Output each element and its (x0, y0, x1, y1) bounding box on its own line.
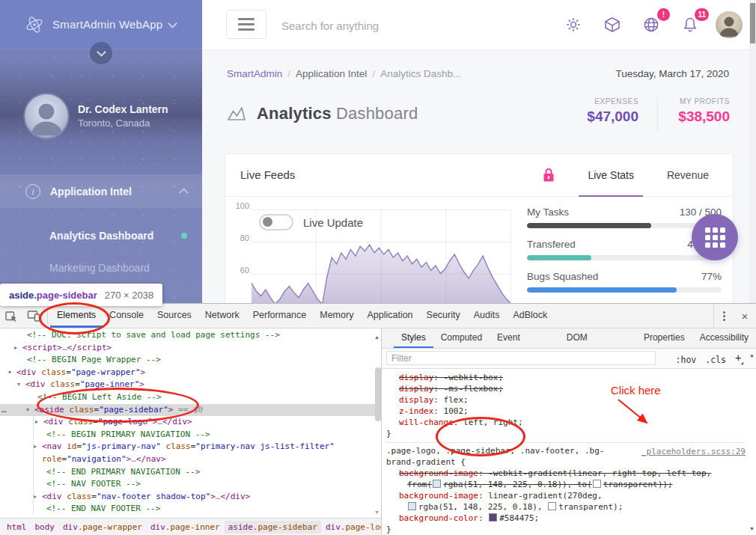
lock-icon[interactable] (543, 168, 555, 183)
dom-tree-node[interactable]: <!-- END PRIMARY NAVIGATION --> (0, 466, 381, 479)
expand-arrow-icon[interactable]: ▸ (35, 416, 38, 429)
expand-arrow-icon[interactable]: ▸ (14, 342, 17, 355)
dom-tree-node[interactable]: ▾<div class="page-wrapper"> (0, 367, 381, 379)
expand-arrow-icon[interactable]: ▸ (34, 491, 37, 504)
code-token: background-color (399, 513, 478, 523)
dom-tree-node[interactable]: ▸<div class="nav-footer shadow-top">…</d… (0, 491, 381, 504)
inspect-element-icon[interactable] (0, 304, 22, 328)
language-globe-icon[interactable]: ! (638, 11, 665, 38)
collapse-arrow-icon[interactable]: ▾ (26, 404, 29, 417)
collapse-arrow-icon[interactable]: ▾ (8, 367, 11, 379)
styles-tab-accessibility[interactable]: Accessibility (692, 328, 756, 348)
elements-scrollbar-thumb[interactable] (375, 367, 381, 421)
dom-crumb[interactable]: div.page-wrapper (59, 521, 146, 534)
styles-tab-dom-breakpoints[interactable]: DOM Breakpoints (559, 328, 636, 348)
more-options-icon[interactable] (713, 304, 734, 328)
color-swatch[interactable] (593, 480, 601, 488)
devtools-tab-sources[interactable]: Sources (150, 304, 198, 328)
devtools-tab-application[interactable]: Application (360, 304, 419, 328)
css-property[interactable]: display: flex; (386, 394, 746, 406)
css-property[interactable]: display: -webkit-box; (386, 372, 746, 383)
devtools-tab-memory[interactable]: Memory (313, 304, 360, 328)
dom-crumb[interactable]: div.page-logo (322, 521, 381, 534)
dom-tree-node[interactable]: ▾<div class="page-inner"> (0, 379, 381, 391)
color-swatch[interactable] (433, 480, 441, 488)
sidebar-item-analytics-dashboard[interactable]: Analytics Dashboard (0, 222, 202, 249)
new-style-rule-button[interactable]: +◢ (735, 348, 744, 370)
sidebar-collapse-button[interactable] (90, 42, 112, 64)
user-avatar[interactable] (716, 11, 743, 38)
close-devtools-icon[interactable]: × (734, 304, 756, 328)
css-property[interactable]: background-image: linear-gradient(270deg… (386, 490, 746, 501)
class-toggle-button[interactable]: .cls (705, 350, 726, 370)
dom-crumb[interactable]: html (3, 521, 31, 534)
dom-tree-node[interactable]: ▸<div class="page-logo">…</div> (0, 416, 381, 429)
styles-tab-styles[interactable]: Styles (394, 328, 433, 348)
apps-cube-icon[interactable] (599, 11, 626, 38)
devtools-tab-console[interactable]: Console (103, 304, 150, 328)
sidebar-item-marketing-dashboard[interactable]: Marketing Dashboard (0, 254, 202, 281)
styles-scroll-up-icon[interactable]: ▲ (749, 352, 755, 358)
css-property[interactable]: z-index: 1002; (386, 406, 746, 417)
notifications-bell-icon[interactable]: 11 (677, 11, 704, 38)
scrollbar-thumb[interactable] (750, 3, 755, 43)
color-swatch[interactable] (408, 502, 416, 510)
styles-filter-input[interactable] (386, 351, 656, 365)
styles-tab-event-listeners[interactable]: Event Listeners (490, 328, 559, 348)
dom-tree-node[interactable]: ▸<nav id="js-primary-nav" class="primary… (0, 441, 381, 453)
dom-crumb[interactable]: aside.page-sidebar (225, 521, 321, 534)
dom-crumb[interactable]: div.page-inner (147, 521, 224, 534)
devtools-tab-performance[interactable]: Performance (246, 304, 314, 328)
dom-tree-node[interactable]: ▸<script>…</script> (0, 342, 381, 355)
css-property[interactable]: from(rgba(51, 148, 225, 0.18)), to(trans… (386, 479, 746, 490)
code-token: … (157, 417, 162, 427)
app-grid-button[interactable] (692, 214, 738, 260)
styles-tab-computed[interactable]: Computed (433, 328, 490, 348)
sidebar-user-info[interactable]: Dr. Codex Lantern Toronto, Canada (25, 94, 168, 138)
dom-tree-node[interactable]: <!-- BEGIN PRIMARY NAVIGATION --> (0, 429, 381, 441)
panel-tab-group: Live StatsRevenue (571, 154, 725, 196)
dom-tree-node[interactable]: <!-- BEGIN Left Aside --> (0, 391, 381, 404)
dom-tree-node[interactable]: <!-- BEGIN Page Wrapper --> (0, 354, 381, 367)
dom-tree-node[interactable]: role="navigation">…</nav> (0, 453, 381, 466)
css-property[interactable]: background-image: -webkit-gradient(linea… (386, 468, 746, 479)
css-property[interactable]: background-color: #584475; (386, 513, 746, 524)
settings-gear-icon[interactable] (560, 11, 587, 38)
scroll-up-icon[interactable]: ▲ (374, 334, 379, 340)
rule-selector[interactable]: _placeholders.scss:29.page-logo, .page-s… (386, 445, 746, 468)
breadcrumb-item: Application Intel (296, 68, 367, 79)
styles-scroll-down-icon[interactable]: ▼ (749, 526, 755, 531)
collapse-arrow-icon[interactable]: ▾ (17, 379, 20, 391)
dom-tree-node[interactable]: <!-- END NAV FOOTER --> (0, 503, 381, 516)
styles-tab-properties[interactable]: Properties (636, 328, 692, 348)
toolbar-divider (47, 308, 48, 324)
devtools-tab-security[interactable]: Security (420, 304, 467, 328)
css-property[interactable]: display: -ms-flexbox; (386, 383, 746, 394)
color-swatch[interactable] (548, 502, 556, 510)
device-toolbar-icon[interactable] (22, 304, 45, 328)
sidebar-item-application-intel[interactable]: iApplication Intel (0, 174, 202, 208)
scroll-down-icon[interactable]: ▼ (374, 510, 379, 515)
dom-tree-node[interactable]: <!-- DOC: script to save and load page s… (0, 329, 381, 342)
expand-arrow-icon[interactable]: ▸ (34, 441, 37, 453)
tab-live-stats[interactable]: Live Stats (571, 154, 650, 196)
code-token: <aside (34, 405, 64, 415)
live-update-toggle[interactable]: Live Update (259, 214, 363, 230)
css-property[interactable]: will-change: left, right; (386, 417, 746, 428)
dom-tree-node[interactable]: <!-- NAV FOOTER --> (0, 478, 381, 491)
css-property[interactable]: rgba(51, 148, 225, 0.18), transparent); (386, 501, 746, 513)
menu-toggle-button[interactable] (226, 10, 266, 39)
dom-crumb[interactable]: body (31, 521, 59, 534)
devtools-tab-audits[interactable]: Audits (467, 304, 507, 328)
color-swatch[interactable] (489, 513, 497, 522)
hover-state-button[interactable]: :hov (676, 350, 697, 370)
breadcrumb-item[interactable]: SmartAdmin (227, 68, 282, 79)
devtools-tab-adblock[interactable]: AdBlock (506, 304, 554, 328)
devtools-tab-network[interactable]: Network (198, 304, 246, 328)
tab-revenue[interactable]: Revenue (650, 154, 725, 196)
source-link[interactable]: _placeholders.scss:29 (641, 446, 746, 457)
devtools-tab-elements[interactable]: Elements (50, 304, 103, 328)
search-input[interactable] (280, 12, 500, 39)
browser-scrollbar[interactable] (749, 0, 756, 303)
dom-tree-node[interactable]: …▾<aside class="page-sidebar"> == $0 (0, 404, 381, 417)
